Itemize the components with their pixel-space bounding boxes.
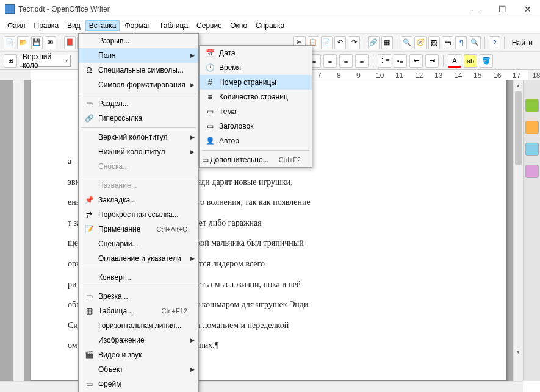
- email-button[interactable]: ✉: [45, 36, 56, 49]
- scroll-down-button[interactable]: ▾: [514, 347, 523, 357]
- insert-menu-item-7[interactable]: Нижний колонтитул▶: [79, 144, 198, 159]
- insert-menu-item-1[interactable]: Поля▶: [79, 48, 198, 63]
- ruler-mark: 7: [317, 71, 322, 80]
- align-right-button[interactable]: ≡: [339, 54, 353, 68]
- insert-menu-item-16[interactable]: ▭Врезка...: [79, 289, 198, 304]
- vertical-ruler[interactable]: [13, 80, 24, 381]
- align-center-button[interactable]: ≡: [323, 54, 337, 68]
- insert-menu-item-11[interactable]: ⇄Перекрёстная ссылка...: [79, 207, 198, 222]
- undo-button[interactable]: ↶: [334, 36, 346, 49]
- insert-menu-item-13[interactable]: Сценарий...: [79, 237, 198, 251]
- insert-menu-item-5[interactable]: 🔗Гиперссылка: [79, 111, 198, 126]
- maximize-button[interactable]: ☐: [495, 2, 509, 16]
- numbered-list-button[interactable]: ⋮≡: [378, 54, 391, 68]
- fields-menu-item-1[interactable]: 🕐Время: [200, 60, 312, 75]
- navigator-button[interactable]: 🧭: [414, 36, 426, 49]
- insert-menu-item-22[interactable]: ▭Фрейм: [79, 377, 198, 391]
- ruler-mark: 15: [473, 71, 481, 80]
- insert-menu-item-4-label: Раздел...: [97, 99, 187, 108]
- styles-button[interactable]: ⊞: [4, 54, 17, 68]
- insert-menu-item-5-icon: 🔗: [81, 114, 97, 123]
- new-button[interactable]: 📄: [4, 36, 15, 49]
- open-button[interactable]: 📂: [17, 36, 29, 49]
- insert-menu-item-12[interactable]: 📝ПримечаниеCtrl+Alt+C: [79, 222, 198, 237]
- menu-help[interactable]: Справка: [252, 20, 288, 31]
- insert-menu-item-17[interactable]: ▦Таблица...Ctrl+F12: [79, 304, 198, 318]
- fields-menu-item-0[interactable]: 📅Дата: [200, 46, 312, 60]
- insert-menu-item-21-label: Объект: [97, 365, 187, 374]
- insert-menu-item-2-icon: Ω: [81, 66, 97, 74]
- ruler-mark: 16: [493, 71, 501, 80]
- scroll-thumb[interactable]: [515, 91, 522, 165]
- menu-tools[interactable]: Сервис: [193, 20, 225, 31]
- fields-menu-item-2-label: Номер страницы: [218, 78, 301, 87]
- insert-menu-item-4[interactable]: ▭Раздел...: [79, 96, 198, 111]
- vertical-scrollbar[interactable]: ▴ ▾: [513, 80, 523, 381]
- menu-view[interactable]: Вид: [63, 20, 84, 31]
- outdent-button[interactable]: ⇤: [409, 54, 423, 68]
- fields-menu-item-7[interactable]: ▭Дополнительно...Ctrl+F2: [200, 152, 312, 167]
- pdf-button[interactable]: 📕: [64, 36, 76, 49]
- fields-menu-item-5[interactable]: ▭Заголовок: [200, 119, 312, 134]
- hyperlink-button[interactable]: 🔗: [368, 36, 380, 49]
- find-label[interactable]: Найти: [508, 37, 536, 48]
- insert-menu-item-11-icon: ⇄: [81, 210, 97, 219]
- fields-menu-item-3[interactable]: ≡Количество страниц: [200, 90, 312, 104]
- sidebar: [523, 80, 540, 381]
- insert-menu-item-6-label: Верхний колонтитул: [97, 133, 187, 141]
- insert-menu-item-21[interactable]: Объект▶: [79, 362, 198, 377]
- menu-insert[interactable]: Вставка: [85, 20, 120, 31]
- sidebar-navigator-button[interactable]: [525, 165, 539, 178]
- chevron-right-icon: ▶: [190, 366, 195, 372]
- insert-menu-item-9[interactable]: Название...: [79, 178, 198, 193]
- help-button[interactable]: ?: [489, 36, 500, 49]
- menu-edit[interactable]: Правка: [31, 20, 63, 31]
- insert-menu-item-17-label: Таблица...: [97, 307, 152, 315]
- bg-color-button[interactable]: 🪣: [480, 54, 493, 68]
- insert-menu-item-0[interactable]: Разрыв...: [79, 34, 198, 48]
- highlight-button[interactable]: ab: [464, 54, 477, 68]
- scroll-up-button[interactable]: ▴: [514, 80, 523, 90]
- fields-menu-item-7-icon: ▭: [202, 155, 209, 164]
- menu-window[interactable]: Окно: [226, 20, 251, 31]
- menu-file[interactable]: Файл: [4, 20, 29, 31]
- insert-menu-item-20[interactable]: 🎬Видео и звук: [79, 347, 198, 362]
- redo-button[interactable]: ↷: [348, 36, 359, 49]
- close-button[interactable]: ✕: [520, 2, 535, 16]
- fields-menu-item-6[interactable]: 👤Автор: [200, 134, 312, 148]
- insert-menu-item-13-label: Сценарий...: [97, 240, 187, 248]
- insert-menu-item-15[interactable]: Конверт...: [79, 270, 198, 285]
- minimize-button[interactable]: —: [469, 2, 484, 16]
- insert-menu-item-6[interactable]: Верхний колонтитул▶: [79, 130, 198, 144]
- fields-menu-item-1-icon: 🕐: [202, 63, 218, 72]
- insert-menu-item-16-label: Врезка...: [97, 292, 187, 301]
- insert-menu-item-10[interactable]: 📌Закладка...: [79, 193, 198, 207]
- gallery-button[interactable]: 🖼: [428, 36, 440, 49]
- nonprinting-button[interactable]: ¶: [455, 36, 467, 49]
- align-justify-button[interactable]: ≡: [355, 54, 369, 68]
- fields-menu-item-2[interactable]: #Номер страницы: [200, 75, 312, 90]
- insert-menu-item-8[interactable]: Сноска...: [79, 159, 198, 174]
- paste-button[interactable]: 📄: [321, 36, 333, 49]
- sidebar-styles-button[interactable]: [525, 121, 539, 134]
- table-button[interactable]: ▦: [381, 36, 393, 49]
- insert-menu-item-18[interactable]: Горизонтальная линия...: [79, 318, 198, 333]
- sidebar-properties-button[interactable]: [525, 99, 539, 112]
- zoom-button[interactable]: 🔍: [469, 36, 480, 49]
- sidebar-gallery-button[interactable]: [525, 143, 539, 156]
- find-icon[interactable]: 🔍: [401, 36, 412, 49]
- insert-menu-item-2[interactable]: ΩСпециальные символы...: [79, 63, 198, 77]
- fields-menu-item-4[interactable]: ▭Тема: [200, 104, 312, 119]
- bullet-list-button[interactable]: •≡: [394, 54, 407, 68]
- fields-menu-item-2-icon: #: [202, 78, 218, 87]
- menu-table[interactable]: Таблица: [156, 20, 192, 31]
- datasource-button[interactable]: 🗃: [442, 36, 453, 49]
- insert-menu-item-3[interactable]: Символ форматирования▶: [79, 77, 198, 92]
- insert-menu-item-19[interactable]: Изображение▶: [79, 333, 198, 347]
- save-button[interactable]: 💾: [31, 36, 43, 49]
- font-color-button[interactable]: A: [448, 54, 461, 68]
- menu-format[interactable]: Формат: [121, 20, 154, 31]
- insert-menu-item-14[interactable]: Оглавление и указатели▶: [79, 251, 198, 266]
- indent-button[interactable]: ⇥: [425, 54, 439, 68]
- paragraph-style-combo[interactable]: Верхний коло▾: [20, 55, 71, 67]
